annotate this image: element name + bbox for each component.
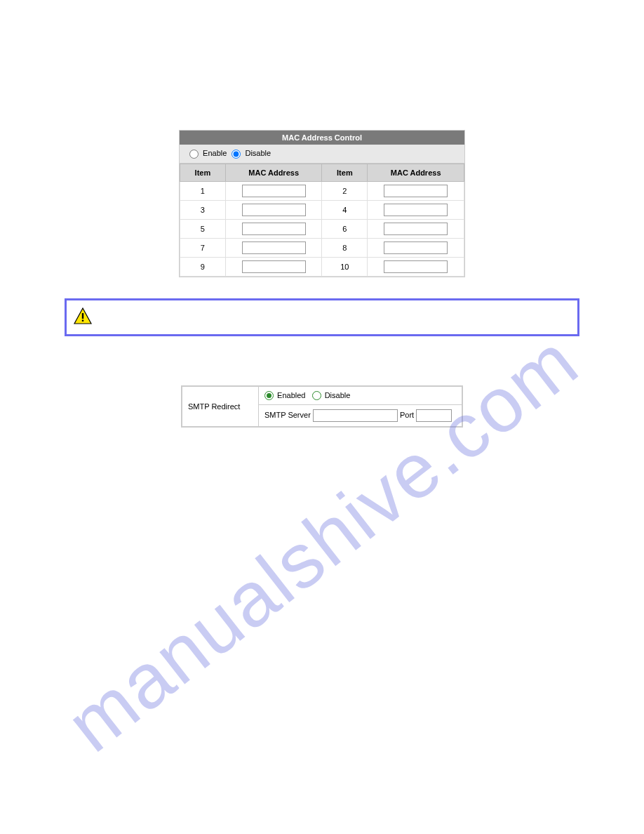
- mac-input[interactable]: [384, 241, 448, 254]
- mac-input[interactable]: [384, 204, 448, 216]
- table-row: 1 2: [180, 181, 464, 200]
- item-number: 10: [322, 257, 368, 276]
- table-header-row: Item MAC Address Item MAC Address: [180, 164, 464, 181]
- col-item: Item: [322, 164, 368, 181]
- smtp-redirect-label: SMTP Redirect: [182, 386, 259, 427]
- mac-input[interactable]: [242, 204, 306, 216]
- col-mac: MAC Address: [368, 164, 464, 181]
- item-number: 7: [180, 238, 226, 257]
- item-number: 3: [180, 200, 226, 219]
- table-row: 3 4: [180, 200, 464, 219]
- port-label: Port: [400, 411, 414, 419]
- item-number: 4: [322, 200, 368, 219]
- mac-input[interactable]: [242, 223, 306, 235]
- panel-title: MAC Address Control: [180, 131, 464, 145]
- disable-radio[interactable]: [232, 150, 241, 159]
- port-input[interactable]: [416, 409, 452, 422]
- disable-label: Disable: [245, 149, 271, 157]
- item-number: 6: [322, 219, 368, 238]
- smtp-redirect-panel: SMTP Redirect Enabled Disable SMTP Serve…: [181, 385, 463, 428]
- item-number: 5: [180, 219, 226, 238]
- warning-icon: [74, 307, 92, 326]
- mac-input[interactable]: [242, 185, 306, 197]
- col-item: Item: [180, 164, 226, 181]
- mac-input[interactable]: [384, 185, 448, 197]
- table-row: 9 10: [180, 257, 464, 276]
- mac-input[interactable]: [384, 223, 448, 235]
- item-number: 1: [180, 181, 226, 200]
- warning-notice-box: [65, 298, 579, 336]
- watermark-text: manualshive.com: [50, 316, 594, 769]
- mac-input[interactable]: [242, 241, 306, 254]
- svg-rect-1: [82, 313, 83, 319]
- table-row: 5 6: [180, 219, 464, 238]
- item-number: 8: [322, 238, 368, 257]
- smtp-radio-row: Enabled Disable: [259, 386, 462, 405]
- disable-radio[interactable]: [312, 391, 321, 400]
- mac-input[interactable]: [242, 260, 306, 273]
- col-mac: MAC Address: [225, 164, 322, 181]
- enabled-radio[interactable]: [264, 391, 274, 400]
- smtp-fields-row: SMTP Server Port: [259, 405, 462, 427]
- enable-radio[interactable]: [189, 150, 199, 159]
- enabled-label: Enabled: [277, 391, 305, 399]
- disable-label: Disable: [325, 391, 351, 399]
- mac-address-control-panel: MAC Address Control Enable Disable Item …: [179, 130, 465, 277]
- table-row: 7 8: [180, 238, 464, 257]
- svg-rect-2: [82, 319, 83, 321]
- smtp-server-input[interactable]: [313, 409, 398, 422]
- enable-label: Enable: [203, 149, 227, 157]
- mac-table: Item MAC Address Item MAC Address 1 2 3 …: [180, 164, 464, 277]
- smtp-server-label: SMTP Server: [264, 411, 311, 419]
- mac-input[interactable]: [384, 260, 448, 273]
- enable-disable-row: Enable Disable: [180, 145, 464, 164]
- item-number: 2: [322, 181, 368, 200]
- item-number: 9: [180, 257, 226, 276]
